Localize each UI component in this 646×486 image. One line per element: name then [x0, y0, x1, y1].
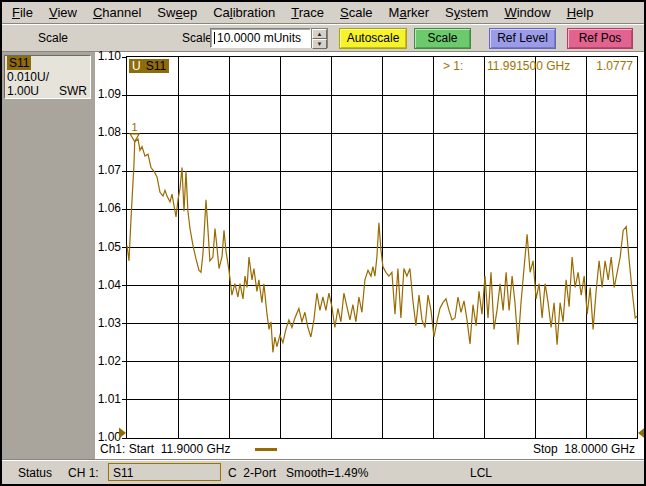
- chart-svg[interactable]: 1: [127, 57, 637, 438]
- menu-item-view[interactable]: View: [41, 3, 85, 22]
- cal-status: C 2-Port: [228, 466, 276, 480]
- smoothing-status: Smooth=1.49%: [286, 466, 368, 480]
- y-tick-label: 1.07: [98, 163, 121, 177]
- vna-application-window: FileViewChannelSweepCalibrationTraceScal…: [0, 0, 646, 486]
- y-tick-label: 1.04: [98, 278, 121, 292]
- y-tick-label: 1.02: [98, 354, 121, 368]
- x-axis-row: Ch1: Start 11.9000 GHz Stop 18.0000 GHz: [95, 441, 644, 457]
- marker-readout: > 1: 11.991500 GHz 1.0777: [127, 59, 637, 73]
- y-tick-label: 1.06: [98, 201, 121, 215]
- trace-name-chip[interactable]: S11: [7, 56, 31, 70]
- scale-field-label: Scale: [182, 31, 212, 45]
- y-tick-label: 1.03: [98, 316, 121, 330]
- measurement-box: S11: [108, 463, 221, 481]
- spinner-down-icon[interactable]: ▼: [312, 39, 327, 49]
- spinner-up-icon[interactable]: ▲: [312, 29, 327, 39]
- gpib-mode: LCL: [470, 466, 492, 480]
- scale-toolbar: Scale Scale 10.0000 mUnits ▲ ▼ Autoscale…: [2, 25, 644, 51]
- menu-item-sweep[interactable]: Sweep: [149, 3, 205, 22]
- autoscale-button[interactable]: Autoscale: [339, 28, 407, 49]
- ref-position-arrow-right: [638, 428, 645, 439]
- menu-item-scale[interactable]: Scale: [332, 3, 381, 22]
- marker-readout-frequency: 11.991500 GHz: [487, 59, 570, 73]
- scale-spinner: ▲ ▼: [311, 28, 328, 48]
- marker-readout-value: 1.0777: [596, 59, 633, 73]
- y-tick-label: 1.09: [98, 87, 121, 101]
- y-tick-label: 1.01: [98, 392, 121, 406]
- y-tick-label: 1.08: [98, 125, 121, 139]
- y-tick-label: 1.05: [98, 240, 121, 254]
- menu-item-trace[interactable]: Trace: [283, 3, 332, 22]
- channel-label: CH 1:: [68, 466, 99, 480]
- menu-bar: FileViewChannelSweepCalibrationTraceScal…: [2, 2, 644, 23]
- trace-sidebar: S11 0.010U/ 1.00U SWR: [2, 52, 95, 459]
- scale-button[interactable]: Scale: [414, 28, 471, 49]
- menu-item-channel[interactable]: Channel: [85, 3, 149, 22]
- sweep-stop-label: Stop 18.0000 GHz: [533, 442, 635, 456]
- ref-level-button[interactable]: Ref Level: [489, 28, 556, 49]
- y-axis-labels: 1.101.091.081.071.061.051.041.031.021.01…: [95, 56, 124, 439]
- menu-item-window[interactable]: Window: [496, 3, 558, 22]
- trace-color-indicator: [255, 448, 277, 451]
- menu-item-help[interactable]: Help: [559, 3, 602, 22]
- plot-panel: 1.101.091.081.071.061.051.041.031.021.01…: [95, 52, 644, 459]
- menu-item-file[interactable]: File: [4, 3, 41, 22]
- marker-1-number: 1: [132, 121, 138, 133]
- menu-item-calibration[interactable]: Calibration: [205, 3, 283, 22]
- trace-ref-value: 1.00U: [7, 84, 39, 98]
- marker-readout-id: > 1:: [443, 59, 463, 73]
- scale-value-text: 10.0000 mUnits: [217, 30, 301, 47]
- menu-item-system[interactable]: System: [437, 3, 496, 22]
- text-caret: [214, 32, 215, 44]
- status-bar: Status CH 1: S11 C 2-Port Smooth=1.49% L…: [2, 459, 644, 484]
- scale-value-input[interactable]: 10.0000 mUnits: [210, 28, 311, 48]
- toolbar-context-label: Scale: [38, 31, 68, 45]
- status-label: Status: [18, 466, 52, 480]
- sweep-start-label: Ch1: Start 11.9000 GHz: [100, 442, 231, 456]
- ref-pos-button[interactable]: Ref Pos: [567, 28, 633, 49]
- trace-scale-per-div: 0.010U/: [7, 70, 88, 84]
- y-tick-label: 1.10: [98, 49, 121, 63]
- main-area: S11 0.010U/ 1.00U SWR 1.101.091.081.071.…: [2, 51, 644, 459]
- trace-format: SWR: [59, 84, 87, 98]
- trace-status-box[interactable]: S11 0.010U/ 1.00U SWR: [4, 55, 91, 99]
- menu-item-marker[interactable]: Marker: [381, 3, 437, 22]
- plot-area[interactable]: 1 US11 > 1: 11.991500 GHz 1.0777: [126, 56, 638, 439]
